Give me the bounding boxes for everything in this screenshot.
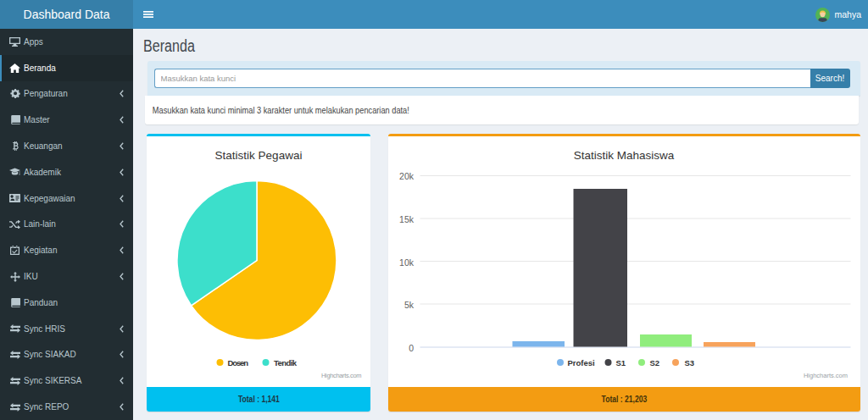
svg-text:10k: 10k bbox=[399, 257, 415, 268]
svg-text:S2: S2 bbox=[650, 358, 660, 368]
svg-text:Tendik: Tendik bbox=[274, 358, 298, 368]
svg-text:15k: 15k bbox=[399, 214, 415, 224]
svg-text:0: 0 bbox=[409, 343, 414, 353]
svg-text:Dosen: Dosen bbox=[228, 358, 249, 368]
svg-text:Highcharts.com: Highcharts.com bbox=[321, 372, 362, 379]
svg-text:Statistik Mahasiswa: Statistik Mahasiswa bbox=[574, 149, 675, 162]
svg-text:5k: 5k bbox=[404, 300, 415, 310]
svg-text:Highcharts.com: Highcharts.com bbox=[804, 372, 848, 379]
svg-text:S1: S1 bbox=[616, 358, 626, 368]
svg-text:S3: S3 bbox=[685, 358, 695, 368]
svg-text:20k: 20k bbox=[399, 171, 415, 181]
svg-text:Profesi: Profesi bbox=[568, 358, 595, 368]
svg-text:Statistik Pegawai: Statistik Pegawai bbox=[215, 149, 303, 162]
